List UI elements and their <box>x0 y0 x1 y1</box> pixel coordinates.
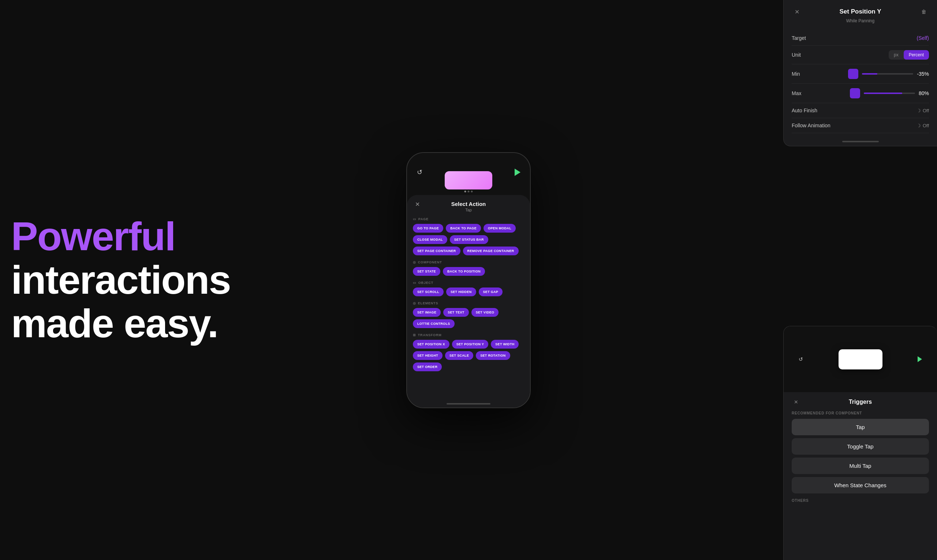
position-panel-close-button[interactable]: ✕ <box>792 6 802 17</box>
max-label: Max <box>792 90 801 96</box>
follow-animation-value: Off <box>923 123 929 128</box>
min-value: -35% <box>917 71 929 77</box>
position-panel-delete-button[interactable]: 🗑 <box>919 6 929 17</box>
when-state-changes-trigger[interactable]: When State Changes <box>792 477 929 494</box>
target-row: Target (Self) <box>792 31 929 46</box>
mini-play-triangle-icon <box>918 356 922 362</box>
phone-back-button[interactable]: ↺ <box>415 167 425 177</box>
page-section-label: ▭ PAGE <box>413 217 524 221</box>
transform-section-icon: ⊞ <box>413 333 416 337</box>
lottie-controls-button[interactable]: LOTTIE CONTROLS <box>413 319 455 328</box>
elements-action-buttons: SET IMAGE SET TEXT SET VIDEO LOTTIE CONT… <box>413 308 524 328</box>
set-rotation-button[interactable]: SET ROTATION <box>476 351 510 360</box>
tap-trigger[interactable]: Tap <box>792 419 929 435</box>
set-video-button[interactable]: SET VIDEO <box>472 308 499 317</box>
set-position-x-button[interactable]: SET POSITION X <box>413 340 450 349</box>
follow-animation-toggle[interactable]: ☽ Off <box>917 123 929 128</box>
phone-screen: ↺ ✕ Select Action Tap <box>407 153 530 408</box>
component-section-label: ◎ COMPONENT <box>413 260 524 264</box>
unit-label: Unit <box>792 52 801 58</box>
triggers-phone-preview: ↺ <box>784 326 937 392</box>
set-hidden-button[interactable]: SET HIDDEN <box>446 288 476 296</box>
min-label: Min <box>792 71 800 77</box>
max-range-display: 80% <box>850 88 929 98</box>
object-section: ▭ OBJECT SET SCROLL SET HIDDEN SET GAP <box>413 281 524 296</box>
auto-finish-value: Off <box>923 108 929 113</box>
unit-px-option[interactable]: px <box>889 50 904 60</box>
phone-outer: ↺ ✕ Select Action Tap <box>406 152 531 408</box>
page-section-icon: ▭ <box>413 217 416 221</box>
set-order-button[interactable]: SET ORDER <box>413 363 442 371</box>
follow-animation-row: Follow Animation ☽ Off <box>792 118 929 133</box>
auto-finish-row: Auto Finish ☽ Off <box>792 103 929 118</box>
component-section: ◎ COMPONENT SET STATE BACK TO POSITION <box>413 260 524 276</box>
set-state-button[interactable]: SET STATE <box>413 267 440 276</box>
component-action-buttons: SET STATE BACK TO POSITION <box>413 267 524 276</box>
min-range-bar[interactable] <box>862 73 913 75</box>
back-to-position-button[interactable]: BACK TO POSITION <box>443 267 485 276</box>
auto-finish-label: Auto Finish <box>792 108 817 113</box>
min-row: Min -35% <box>792 65 929 84</box>
modal-close-button[interactable]: ✕ <box>413 200 422 209</box>
position-panel-title: Set Position Y <box>802 8 919 15</box>
set-text-button[interactable]: SET TEXT <box>443 308 468 317</box>
modal-title: Select Action <box>413 201 524 207</box>
set-gap-button[interactable]: SET GAP <box>479 288 503 296</box>
set-scroll-button[interactable]: SET SCROLL <box>413 288 444 296</box>
elements-section: ◎ ELEMENTS SET IMAGE SET TEXT SET VIDEO … <box>413 302 524 328</box>
mini-card <box>838 349 883 369</box>
set-position-y-button[interactable]: SET POSITION Y <box>452 340 489 349</box>
max-range-bar[interactable] <box>864 92 915 94</box>
set-height-button[interactable]: SET HEIGHT <box>413 351 442 360</box>
page-action-buttons: GO TO PAGE BACK TO PAGE OPEN MODAL CLOSE… <box>413 224 524 255</box>
object-section-icon: ▭ <box>413 281 416 285</box>
remove-page-container-button[interactable]: REMOVE PAGE CONTAINER <box>463 246 519 255</box>
page-section: ▭ PAGE GO TO PAGE BACK TO PAGE OPEN MODA… <box>413 217 524 255</box>
close-modal-button[interactable]: CLOSE MODAL <box>413 235 447 244</box>
transform-action-buttons: SET POSITION X SET POSITION Y SET WIDTH … <box>413 340 524 371</box>
phone-play-button[interactable] <box>512 167 522 177</box>
set-image-button[interactable]: SET IMAGE <box>413 308 441 317</box>
dot-2 <box>468 191 470 192</box>
back-to-page-button[interactable]: BACK TO PAGE <box>446 224 481 232</box>
phone-preview-dots <box>464 191 473 192</box>
triggers-panel-content: ✕ Triggers RECOMMENDED FOR COMPONENT Tap… <box>784 392 937 511</box>
mini-play-button[interactable] <box>916 355 924 363</box>
max-color-swatch[interactable] <box>850 88 860 98</box>
go-to-page-button[interactable]: GO TO PAGE <box>413 224 443 232</box>
follow-animation-label: Follow Animation <box>792 123 831 128</box>
hero-text: Powerful interactions made easy. <box>11 215 230 345</box>
open-modal-button[interactable]: OPEN MODAL <box>484 224 516 232</box>
min-range-fill <box>862 73 877 75</box>
target-label: Target <box>792 35 806 41</box>
triggers-close-button[interactable]: ✕ <box>792 398 800 406</box>
hero-line2: interactions <box>11 257 230 302</box>
unit-selector[interactable]: px Percent <box>889 50 929 60</box>
set-width-button[interactable]: SET WIDTH <box>491 340 519 349</box>
min-color-swatch[interactable] <box>848 69 858 79</box>
set-scale-button[interactable]: SET SCALE <box>445 351 473 360</box>
triggers-phone-mini: ↺ <box>789 332 931 386</box>
left-section: Powerful interactions made easy. <box>0 0 242 560</box>
mini-back-button[interactable]: ↺ <box>797 355 805 363</box>
set-page-container-button[interactable]: SET PAGE CONTAINER <box>413 246 461 255</box>
max-range-fill <box>864 92 902 94</box>
multi-tap-trigger[interactable]: Multi Tap <box>792 458 929 474</box>
phone-preview-card <box>445 171 492 189</box>
auto-finish-toggle[interactable]: ☽ Off <box>917 108 929 113</box>
toggle-tap-trigger[interactable]: Toggle Tap <box>792 438 929 455</box>
triggers-title: Triggers <box>849 399 872 405</box>
min-range-display: -35% <box>848 69 929 79</box>
position-panel-bottom-bar <box>842 141 879 142</box>
position-panel-subtitle: While Panning <box>792 18 929 23</box>
elements-section-label: ◎ ELEMENTS <box>413 302 524 305</box>
dot-3 <box>471 191 473 192</box>
object-action-buttons: SET SCROLL SET HIDDEN SET GAP <box>413 288 524 296</box>
phone-bottom-bar <box>447 403 490 405</box>
position-panel: ✕ Set Position Y 🗑 While Panning Target … <box>783 0 937 146</box>
triggers-header: ✕ Triggers <box>792 399 929 405</box>
elements-section-icon: ◎ <box>413 302 416 305</box>
unit-percent-option[interactable]: Percent <box>904 50 929 60</box>
set-status-bar-button[interactable]: SET STATUS BAR <box>450 235 488 244</box>
position-panel-header: ✕ Set Position Y 🗑 <box>792 6 929 17</box>
